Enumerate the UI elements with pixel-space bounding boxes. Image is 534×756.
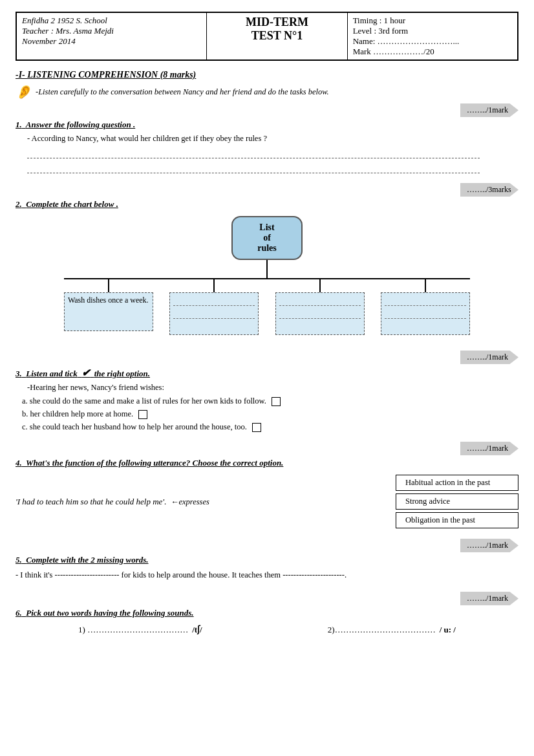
q1-score: ……../1mark [460, 103, 518, 117]
branch-line-3 [319, 279, 321, 292]
q1-answer-line1 [27, 147, 480, 158]
q3-checkbox-b[interactable] [138, 410, 147, 419]
chart-branch-2 [169, 279, 259, 335]
chart-center-box: Listofrules [231, 216, 303, 260]
branch-line-4 [425, 279, 426, 292]
instruction-line: 👂 -Listen carefully to the conversation … [16, 84, 518, 100]
question-6: ……../1mark 6. Pick out two words having … [16, 593, 518, 635]
q3-score: ……../1mark [460, 351, 518, 364]
q5-title: 5. Complete with the 2 missing words. [16, 555, 518, 565]
chart-branch-3 [275, 279, 365, 335]
q1-title: 1. Answer the following question . [16, 120, 518, 130]
chart-container: Listofrules Wash dishes once a week. [28, 216, 506, 335]
q6-score: ……../1mark [460, 592, 518, 605]
q4-option-1[interactable]: Habitual action in the past [396, 475, 518, 491]
q4-quote: 'I had to teach him so that he could hel… [16, 497, 385, 507]
q2-score: ……../3marks [460, 183, 518, 197]
tick-icon: ✔ [81, 367, 90, 378]
q6-sounds: 1) ……………………………… /tʃ/ 2)……………………………… / u:… [16, 625, 518, 635]
chart-connector-v [266, 260, 268, 278]
q6-sound1: 1) ……………………………… /tʃ/ [78, 625, 202, 635]
header-right: Timing : 1 hour Level : 3rd form Name: …… [347, 12, 518, 60]
chart-leaf-1: Wash dishes once a week. [64, 292, 153, 331]
header-table: Enfidha 2 1952 S. School Teacher : Mrs. … [16, 12, 518, 61]
question-5: ……../1mark 5. Complete with the 2 missin… [16, 540, 518, 585]
q4-title: 4. What's the function of the following … [16, 458, 518, 468]
q3-option-c: c. she could teach her husband how to he… [22, 422, 518, 432]
q1-answer-line2 [27, 162, 480, 173]
branch-line-1 [108, 279, 109, 292]
q5-fill: - I think it's ------------------------ … [16, 570, 518, 580]
q6-title: 6. Pick out two words having the followi… [16, 608, 518, 618]
q5-score: ……../1mark [460, 539, 518, 552]
chart-leaf-3 [275, 292, 365, 335]
q3-intro: -Hearing her news, Nancy's friend wishes… [27, 383, 518, 393]
chart-leaf-4 [381, 292, 470, 335]
utterance-area: 'I had to teach him so that he could hel… [16, 475, 518, 528]
question-1: ……../1mark 1. Answer the following quest… [16, 105, 518, 177]
q6-sound2: 2)……………………………… / u: / [328, 625, 456, 635]
q1-sub: - According to Nancy, what would her chi… [27, 134, 518, 144]
q4-option-3[interactable]: Obligation in the past [396, 512, 518, 528]
section1-title: -I- LISTENING COMPREHENSION (8 marks) [16, 70, 518, 80]
q3-option-b: b. her children help more at home. [22, 409, 518, 419]
q3-checkbox-a[interactable] [272, 397, 281, 406]
q4-options-right: Habitual action in the past Strong advic… [396, 475, 518, 528]
question-3: ……../1mark 3. Listen and tick ✔ the righ… [16, 352, 518, 435]
header-center: MID-TERM TEST N°1 [207, 12, 347, 60]
q4-option-2[interactable]: Strong advice [396, 493, 518, 510]
branch-line-2 [213, 279, 215, 292]
header-left: Enfidha 2 1952 S. School Teacher : Mrs. … [16, 12, 207, 60]
chart-leaf-2 [169, 292, 259, 335]
q3-checkbox-c[interactable] [252, 423, 261, 432]
chart-branches: Wash dishes once a week. [64, 279, 470, 335]
question-2: ……../3marks 2. Complete the chart below … [16, 184, 518, 344]
q2-title: 2. Complete the chart below . [16, 199, 518, 210]
q3-title: 3. Listen and tick ✔ the right option. [16, 367, 518, 379]
expresses-label: ←expresses [171, 497, 209, 506]
chart-branch-1: Wash dishes once a week. [64, 279, 153, 335]
question-4: ……../1mark 4. What's the function of the… [16, 443, 518, 532]
ear-icon: 👂 [16, 84, 32, 100]
q3-option-a: a. she could do the same and make a list… [22, 396, 518, 406]
q3-options: a. she could do the same and make a list… [22, 396, 518, 432]
chart-branch-4 [381, 279, 470, 335]
q4-score: ……../1mark [460, 442, 518, 455]
